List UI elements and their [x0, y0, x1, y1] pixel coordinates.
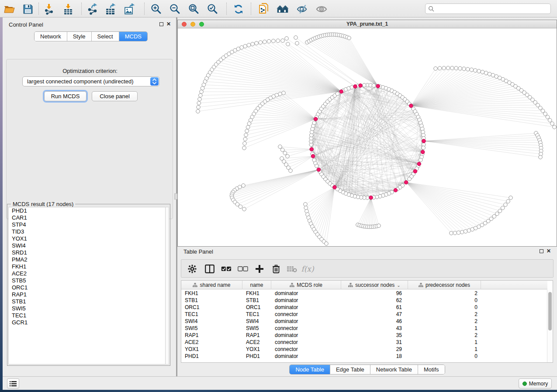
delete-column-icon[interactable]	[270, 263, 282, 275]
network-node[interactable]	[553, 125, 557, 129]
network-node[interactable]	[198, 97, 202, 101]
network-node[interactable]	[199, 93, 203, 97]
network-node[interactable]	[501, 206, 505, 210]
table-row[interactable]: STB1STB1dominator620	[181, 297, 547, 304]
network-node[interactable]	[325, 242, 329, 246]
table-row[interactable]: FKH1FKH1dominator962	[181, 290, 547, 297]
network-node[interactable]	[336, 92, 339, 96]
task-history-button[interactable]	[7, 378, 19, 389]
tab-mcds[interactable]: MCDS	[119, 32, 147, 41]
mcds-node[interactable]	[310, 148, 314, 151]
column-header-shared-name[interactable]: shared name	[181, 281, 242, 289]
network-node[interactable]	[446, 66, 450, 70]
export-table-icon[interactable]	[105, 3, 117, 15]
table-scrollbar[interactable]	[547, 290, 552, 362]
mcds-result-item[interactable]: GCR1	[9, 319, 166, 326]
mcds-result-item[interactable]: STP4	[9, 221, 166, 228]
network-node[interactable]	[498, 209, 502, 213]
network-node[interactable]	[247, 43, 251, 47]
table-row[interactable]: TEC1TEC1connector472	[181, 311, 547, 318]
export-image-icon[interactable]	[124, 3, 136, 15]
network-node[interactable]	[377, 224, 381, 228]
mcds-result-item[interactable]: SWI4	[9, 242, 166, 249]
refresh-view-icon[interactable]	[232, 3, 245, 15]
tab-node-table[interactable]: Node Table	[290, 365, 330, 374]
table-row[interactable]: RAP1RAP1dominator352	[181, 332, 547, 339]
run-mcds-button[interactable]: Run MCDS	[44, 91, 86, 101]
network-node[interactable]	[267, 39, 271, 43]
network-node[interactable]	[289, 169, 293, 173]
mcds-result-item[interactable]: ORC1	[9, 284, 166, 291]
mcds-result-item[interactable]: SWI5	[9, 305, 166, 312]
network-node[interactable]	[295, 41, 299, 45]
network-node[interactable]	[259, 41, 263, 45]
tab-style[interactable]: Style	[67, 32, 92, 41]
network-node[interactable]	[286, 42, 290, 46]
network-node[interactable]	[464, 230, 467, 234]
network-node[interactable]	[246, 125, 250, 129]
mcds-node[interactable]	[417, 162, 421, 166]
network-node[interactable]	[453, 231, 457, 235]
mcds-result-item[interactable]: ACE2	[9, 270, 166, 277]
network-node[interactable]	[247, 122, 251, 126]
mcds-node[interactable]	[317, 168, 321, 172]
network-node[interactable]	[255, 41, 259, 45]
table-row[interactable]: PHD1PHD1dominator180	[181, 353, 547, 360]
zoom-in-icon[interactable]	[150, 3, 163, 15]
mcds-node[interactable]	[359, 84, 363, 88]
close-panel-button[interactable]: Close panel	[92, 91, 138, 101]
network-node[interactable]	[278, 145, 282, 149]
table-row[interactable]: SWI4SWI4dominator462	[181, 318, 547, 325]
network-node[interactable]	[281, 39, 285, 43]
import-network-icon[interactable]	[43, 3, 55, 15]
mcds-result-item[interactable]: TEC1	[9, 312, 166, 319]
network-node[interactable]	[481, 70, 484, 74]
mcds-node[interactable]	[353, 85, 357, 89]
mcds-node[interactable]	[404, 180, 408, 184]
network-node[interactable]	[304, 206, 308, 210]
network-node[interactable]	[372, 84, 376, 88]
network-node[interactable]	[282, 91, 286, 95]
close-table-panel-icon[interactable]: ✕	[547, 249, 551, 253]
mcds-result-scrollbar[interactable]	[165, 207, 169, 364]
zoom-fit-icon[interactable]	[188, 3, 200, 15]
mcds-node[interactable]	[376, 84, 380, 88]
network-node[interactable]	[362, 83, 366, 87]
column-header-name[interactable]: name	[242, 281, 271, 289]
network-node[interactable]	[283, 151, 287, 155]
network-node[interactable]	[458, 66, 462, 70]
network-node[interactable]	[457, 231, 460, 235]
mcds-node[interactable]	[422, 139, 426, 143]
tab-edge-table[interactable]: Edge Table	[330, 365, 370, 374]
table-row[interactable]: ORC1ORC1dominator610	[181, 304, 547, 311]
network-node[interactable]	[285, 37, 289, 41]
network-node[interactable]	[488, 72, 491, 76]
close-panel-icon[interactable]: ✕	[166, 22, 171, 26]
table-row[interactable]: SWI5SWI5connector431	[181, 325, 547, 332]
mcds-node[interactable]	[311, 155, 315, 158]
network-node[interactable]	[419, 158, 422, 162]
network-node[interactable]	[546, 115, 550, 119]
network-node[interactable]	[197, 105, 201, 109]
mcds-result-item[interactable]: PHD1	[9, 207, 166, 214]
network-node[interactable]	[434, 67, 438, 71]
table-row[interactable]: YOX1YOX1connector291	[181, 346, 547, 353]
network-canvas[interactable]	[178, 28, 557, 246]
select-all-icon[interactable]	[221, 263, 232, 275]
network-node[interactable]	[462, 67, 466, 71]
network-node[interactable]	[550, 122, 554, 126]
network-node[interactable]	[312, 121, 316, 125]
mcds-result-item[interactable]: RAP1	[9, 291, 166, 298]
table-scrollbar-thumb[interactable]	[548, 292, 552, 330]
network-node[interactable]	[543, 112, 547, 116]
network-node[interactable]	[477, 69, 481, 73]
show-hidden-icon[interactable]	[315, 3, 328, 15]
network-node[interactable]	[466, 67, 470, 71]
mcds-result-list[interactable]: PHD1CAR1STP4TID3YOX1SWI4SRD1PMA2FKH1ACE2…	[8, 207, 166, 364]
network-node[interactable]	[474, 69, 477, 72]
network-node[interactable]	[280, 148, 284, 152]
mcds-node[interactable]	[333, 186, 337, 189]
network-node[interactable]	[450, 231, 453, 235]
mcds-node[interactable]	[394, 188, 398, 192]
mcds-result-item[interactable]: CAR1	[9, 214, 166, 221]
